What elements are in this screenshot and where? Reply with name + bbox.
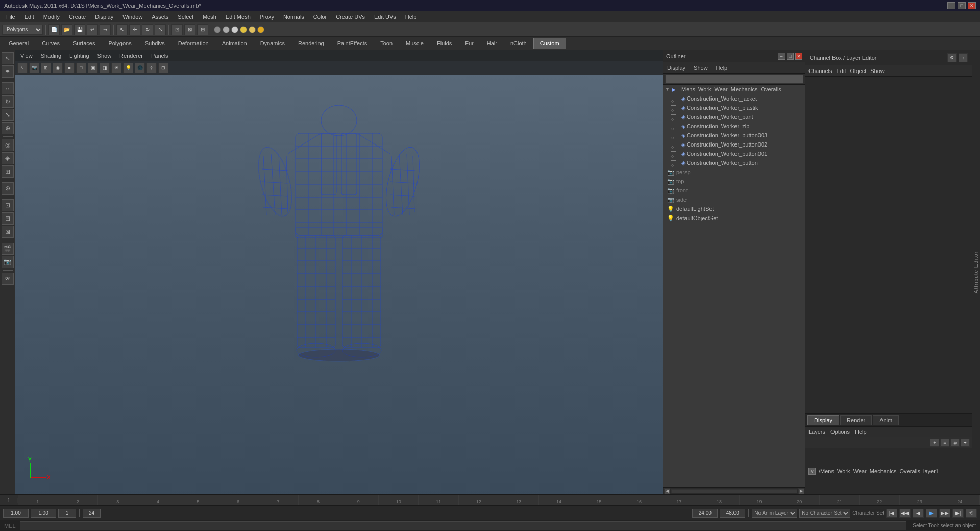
menu-window[interactable]: Window [118, 13, 146, 21]
om-show[interactable]: Show [692, 64, 710, 72]
tb-color3[interactable] [231, 26, 238, 33]
vpt-shade2[interactable]: □ [76, 63, 86, 73]
vpt-hud[interactable]: ⊡ [158, 63, 168, 73]
lt-snap-grid[interactable]: ⊡ [2, 199, 14, 211]
timeline-tick[interactable]: 8 [299, 495, 339, 505]
menu-proxy[interactable]: Proxy [256, 13, 278, 21]
vp-panels[interactable]: Panels [149, 52, 170, 60]
le-tab-render[interactable]: Render [840, 415, 872, 425]
tab-fluids[interactable]: Fluids [430, 38, 458, 49]
outliner-item-button002[interactable]: —○ ◈ Construction_Worker_button002 [663, 140, 805, 149]
menu-create[interactable]: Create [65, 13, 90, 21]
vpt-wireframe[interactable]: ⊞ [41, 63, 51, 73]
frame-range-start[interactable] [58, 509, 76, 518]
tb-open[interactable]: 📂 [61, 24, 72, 35]
timeline-tick[interactable]: 4 [138, 495, 179, 505]
lt-show-manip[interactable]: ⊛ [2, 182, 14, 195]
outliner-item-button[interactable]: —○ ◈ Construction_Worker_button [663, 158, 805, 167]
timeline-tick[interactable]: 16 [619, 495, 659, 505]
outliner-item-objectset[interactable]: 💡 defaultObjectSet [663, 213, 805, 223]
le-menu-options[interactable]: Options [830, 429, 850, 435]
tb-new[interactable]: 📄 [48, 24, 60, 35]
timeline-tick[interactable]: 21 [820, 495, 860, 505]
timeline-tick[interactable]: 7 [258, 495, 299, 505]
tb-color1[interactable] [214, 26, 221, 33]
timeline-tick[interactable]: 17 [659, 495, 700, 505]
tb-save[interactable]: 💾 [74, 24, 85, 35]
menu-modify[interactable]: Modify [39, 13, 64, 21]
timeline-tick[interactable]: 1 [18, 495, 58, 505]
tb-move[interactable]: ✛ [129, 24, 140, 35]
menu-edit-uvs[interactable]: Edit UVs [370, 13, 400, 21]
tb-snap1[interactable]: ⊡ [172, 24, 183, 35]
menu-create-uvs[interactable]: Create UVs [332, 13, 369, 21]
timeline-tick[interactable]: 22 [860, 495, 900, 505]
timeline-tick[interactable]: 10 [379, 495, 419, 505]
menu-normals[interactable]: Normals [279, 13, 308, 21]
vpt-xray[interactable]: ◨ [100, 63, 110, 73]
outliner-minimize[interactable]: – [778, 53, 785, 60]
timeline-tick[interactable]: 3 [98, 495, 138, 505]
menu-help[interactable]: Help [401, 13, 421, 21]
pb-next[interactable]: ▶▶ [939, 509, 950, 518]
outliner-item-pant[interactable]: —○ ◈ Construction_Worker_pant [663, 112, 805, 122]
rp-icon2[interactable]: ↕ [959, 53, 968, 62]
frame-range-end[interactable] [83, 509, 101, 518]
mode-dropdown[interactable]: Polygons [2, 25, 43, 35]
cb-object[interactable]: Object [850, 68, 866, 74]
hscroll-right[interactable]: ▶ [798, 488, 804, 494]
maximize-button[interactable]: □ [958, 2, 966, 9]
lt-soft-mod[interactable]: ◎ [2, 139, 14, 151]
pb-end[interactable]: ▶| [952, 509, 964, 518]
anim-layer-select[interactable]: No Anim Layer [752, 509, 797, 518]
tab-general[interactable]: General [2, 38, 35, 49]
outliner-item-persp[interactable]: 📷 persp [663, 167, 805, 177]
playback-end[interactable] [720, 509, 745, 518]
vpt-lighting1[interactable]: ☀ [111, 63, 121, 73]
vpt-shadows[interactable]: 🌑 [135, 63, 145, 73]
tab-toon[interactable]: Toon [374, 38, 399, 49]
timeline-tick[interactable]: 18 [699, 495, 740, 505]
vp-shading[interactable]: Shading [39, 52, 63, 60]
minimize-button[interactable]: – [947, 2, 955, 9]
menu-display[interactable]: Display [91, 13, 117, 21]
lt-lattice[interactable]: ⊞ [2, 165, 14, 178]
outliner-item-button001[interactable]: —○ ◈ Construction_Worker_button001 [663, 149, 805, 158]
lt-show-hide[interactable]: 👁 [2, 273, 14, 285]
menu-file[interactable]: File [2, 13, 19, 21]
outliner-item-button003[interactable]: —○ ◈ Construction_Worker_button003 [663, 131, 805, 140]
character-set-select[interactable]: No Character Set [799, 509, 850, 518]
viewport[interactable]: View Shading Lighting Show Renderer Pane… [15, 50, 663, 494]
tb-color6[interactable] [257, 26, 264, 33]
timeline-tick[interactable]: 6 [218, 495, 259, 505]
tb-color5[interactable] [249, 26, 256, 33]
playback-start[interactable] [692, 509, 718, 518]
tab-fur[interactable]: Fur [458, 38, 480, 49]
timeline-tick[interactable]: 9 [338, 495, 379, 505]
lt-sculpt[interactable]: ◈ [2, 152, 14, 164]
tb-snap3[interactable]: ⊟ [197, 24, 208, 35]
tb-scale[interactable]: ⤡ [155, 24, 166, 35]
menu-color[interactable]: Color [309, 13, 331, 21]
outliner-item-plastik[interactable]: —○ ◈ Construction_Worker_plastik [663, 103, 805, 112]
outliner-item-lightset[interactable]: 💡 defaultLightSet [663, 204, 805, 213]
timeline-tick[interactable]: 13 [499, 495, 540, 505]
le-tab-anim[interactable]: Anim [873, 415, 899, 425]
le-tb-btn1[interactable]: + [930, 439, 939, 447]
lt-move[interactable]: ↔ [2, 82, 14, 94]
timeline-tick[interactable]: 2 [58, 495, 99, 505]
timeline-tick[interactable]: 24 [940, 495, 980, 505]
tab-deformation[interactable]: Deformation [172, 38, 215, 49]
lt-rotate[interactable]: ↻ [2, 95, 14, 108]
tab-painteffects[interactable]: PaintEffects [331, 38, 374, 49]
timeline-tick[interactable]: 20 [779, 495, 820, 505]
cb-channels[interactable]: Channels [808, 68, 832, 74]
hscroll-track[interactable] [671, 489, 797, 493]
cb-edit[interactable]: Edit [836, 68, 846, 74]
vp-view[interactable]: View [18, 52, 35, 60]
lt-select-tool[interactable]: ↖ [2, 52, 14, 64]
lt-snap-point[interactable]: ⊠ [2, 226, 14, 238]
tab-muscle[interactable]: Muscle [399, 38, 430, 49]
vpt-shade3[interactable]: ▣ [88, 63, 98, 73]
tb-rotate[interactable]: ↻ [142, 24, 153, 35]
